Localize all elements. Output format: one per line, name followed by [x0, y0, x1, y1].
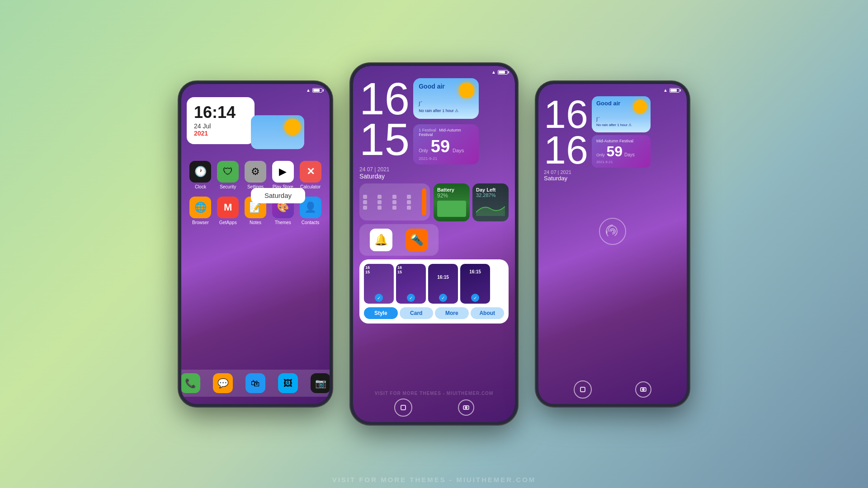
min-digit-2: 15 [359, 119, 410, 160]
global-watermark: VISIT FOR MORE THEMES - MIUITHEMER.COM [0, 471, 868, 488]
min-digit-3: 16 [544, 132, 588, 168]
large-clock-2: 16 15 [359, 78, 410, 160]
theme-preview-4[interactable]: 16:15 ✓ [460, 264, 490, 304]
app-calculator[interactable]: ✕ Calculator [297, 161, 324, 189]
signal-icon-1: ▲ [306, 88, 311, 93]
camera-icon-2 [463, 405, 469, 410]
festival-card-3[interactable]: Mid-Autumn Festival Only 59 Days 2021-9-… [592, 135, 651, 168]
theme-tab-card[interactable]: Card [400, 307, 434, 319]
dock-gallery[interactable]: 🖼 [274, 373, 302, 393]
camera-btn-2[interactable] [458, 399, 474, 416]
theme-tab-more[interactable]: More [435, 307, 469, 319]
festival-subtitle-3: Mid-Autumn Festival [596, 139, 646, 143]
day-line-2: Saturday [359, 173, 509, 180]
app-drawer-widget[interactable] [359, 183, 430, 221]
theme-preview-1[interactable]: 1615 ✓ [364, 264, 394, 304]
app-security[interactable]: 🛡 Security [214, 161, 241, 189]
fingerprint-area[interactable] [544, 218, 681, 245]
festival-card-2[interactable]: 1 Festival Mid-Autumn Festival Only 59 D… [413, 124, 479, 164]
weather-widget-small[interactable] [251, 115, 304, 149]
weather-card-3[interactable]: Good air ∫ˊ No rain after 1 hour ⚠ [592, 96, 651, 132]
theme-check-1: ✓ [375, 294, 383, 302]
hour-digit-3: 16 [544, 96, 588, 132]
weather-rain-3: No rain after 1 hour ⚠ [596, 123, 646, 127]
dock-camera[interactable]: 📷 [307, 373, 330, 393]
signal-icon-3: ▲ [663, 88, 668, 93]
battery-label: Battery [437, 187, 466, 192]
phone-3: ▲ 16 16 Good air ∫ˊ No rain after [536, 81, 689, 407]
theme-check-4: ✓ [471, 294, 479, 302]
getapps-app-label: GetApps [219, 220, 237, 225]
theme-preview-4-time: 16:15 [460, 267, 490, 276]
theme-preview-2[interactable]: 1615 ✓ [396, 264, 426, 304]
status-bar-1: ▲ [181, 84, 330, 94]
weather-temp-2: ∫ˊ [419, 101, 473, 107]
app-playstore[interactable]: ▶ Play Store [269, 161, 297, 189]
day-widget[interactable]: Saturday [251, 188, 305, 203]
weather-card-2[interactable]: Good air ∫ˊ No rain after 1 hour ⚠ [413, 78, 479, 119]
bell-button[interactable]: 🔔 [370, 229, 392, 251]
torch-button[interactable]: 🔦 [406, 229, 428, 251]
dock-store[interactable]: 🛍 [242, 373, 269, 393]
app-settings[interactable]: ⚙ Settings [242, 161, 269, 189]
dayleft-label: Day Left [476, 187, 505, 192]
camera-btn-3[interactable] [635, 381, 651, 398]
date-area-3: 24 07 | 2021 Saturday [544, 169, 681, 182]
theme-tab-about[interactable]: About [471, 307, 505, 319]
theme-tab-more-label: More [445, 310, 458, 316]
watermark-2: VISIT FOR MORE THEMES - MIUITHEMER.COM [353, 391, 515, 396]
dock-phone[interactable]: 📞 [181, 373, 204, 393]
btn-widget-row: 🔔 🔦 [359, 224, 509, 256]
theme-selector: 1615 ✓ 1615 ✓ 16:15 ✓ 16:15 [359, 259, 509, 324]
getapps-app-icon: M [217, 197, 239, 218]
date-line-2: 24 07 | 2021 [359, 166, 509, 173]
home-btn-3[interactable] [574, 380, 592, 399]
security-app-icon: 🛡 [217, 161, 239, 183]
dock-1: 📞 💬 🛍 🖼 📷 [181, 370, 330, 397]
signal-icon-2: ▲ [491, 70, 496, 75]
camera-lens-2 [465, 406, 467, 409]
weather-rain-2: No rain after 1 hour ⚠ [419, 108, 473, 113]
notes-app-label: Notes [250, 220, 261, 225]
large-clock-3: 16 16 [544, 96, 588, 168]
theme-previews: 1615 ✓ 1615 ✓ 16:15 ✓ 16:15 [364, 264, 504, 304]
phone-1: ▲ 16:14 24 Jul 2021 Saturday [179, 81, 332, 407]
dock-store-icon: 🛍 [245, 373, 265, 393]
phone-3-screen: ▲ 16 16 Good air ∫ˊ No rain after [538, 84, 687, 404]
battery-widget[interactable]: Battery 92% [434, 183, 470, 221]
phone-2: ▲ 16 15 Good air ∫ˊ [350, 63, 518, 425]
festival-days-3: Days [624, 152, 635, 157]
weather-sun-2 [459, 83, 474, 98]
theme-tab-style-label: Style [374, 310, 387, 316]
battery-percent: 92% [437, 192, 466, 199]
bottom-nav-3 [538, 380, 687, 399]
festival-title-text: 1 Festival [419, 128, 436, 132]
festival-date-3: 2021-9-21 [596, 160, 646, 164]
camera-icon-3 [640, 387, 646, 392]
day-label: Saturday [264, 192, 292, 199]
dayleft-widget[interactable]: Day Left 32.287% [472, 183, 509, 221]
date-line-3: 24 07 | 2021 [544, 169, 681, 175]
contacts-app-label: Contacts [302, 220, 319, 225]
wave-chart [476, 200, 505, 216]
day-line-3: Saturday [544, 175, 681, 182]
theme-check-2: ✓ [407, 294, 415, 302]
festival-days-label: Days [453, 148, 464, 153]
festival-title-2: 1 Festival Mid-Autumn Festival [419, 128, 473, 137]
theme-preview-3[interactable]: 16:15 ✓ [428, 264, 458, 304]
security-app-label: Security [220, 184, 236, 189]
home-btn-2[interactable] [394, 399, 412, 417]
clock-widget[interactable]: 16:14 24 Jul 2021 [187, 97, 255, 144]
btn-widget[interactable]: 🔔 🔦 [359, 224, 439, 256]
theme-tab-card-label: Card [410, 310, 422, 316]
app-getapps[interactable]: M GetApps [214, 197, 241, 225]
theme-tab-style[interactable]: Style [364, 307, 398, 319]
app-clock[interactable]: 🕐 Clock [187, 161, 214, 189]
fingerprint-icon[interactable] [599, 218, 626, 245]
sun-icon-small [284, 119, 301, 135]
dock-camera-icon: 📷 [311, 373, 330, 393]
dock-messages[interactable]: 💬 [209, 373, 236, 393]
phone-2-screen: ▲ 16 15 Good air ∫ˊ [353, 66, 515, 422]
battery-dayleft-widgets: Battery 92% Day Left 32.287% [434, 183, 509, 221]
app-browser[interactable]: 🌐 Browser [187, 197, 214, 225]
